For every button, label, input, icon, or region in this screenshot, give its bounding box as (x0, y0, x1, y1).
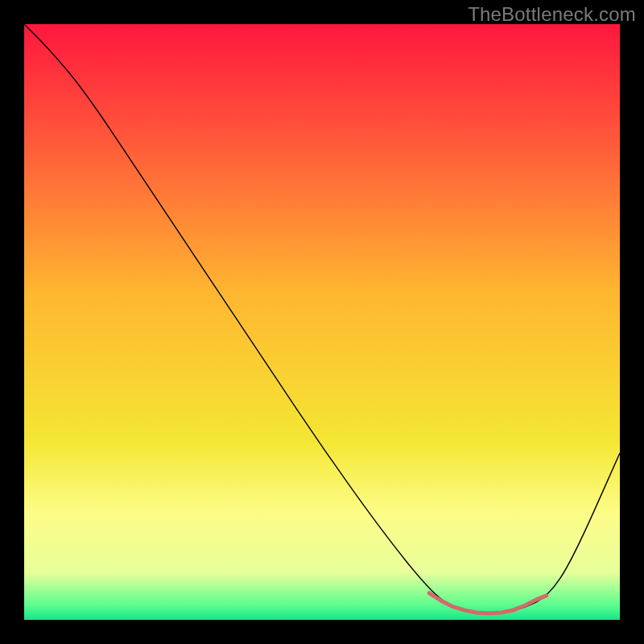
svg-line-28 (540, 597, 542, 598)
plot-svg (24, 24, 620, 620)
svg-line-8 (461, 609, 463, 610)
svg-line-1 (433, 596, 435, 597)
svg-line-24 (525, 605, 526, 605)
gradient-bg (24, 24, 620, 620)
svg-line-3 (441, 601, 443, 601)
svg-line-21 (513, 609, 514, 610)
chart-container: TheBottleneck.com (0, 0, 644, 644)
svg-line-2 (437, 598, 439, 600)
svg-line-29 (544, 596, 546, 597)
svg-line-5 (449, 605, 451, 605)
svg-line-25 (529, 603, 530, 604)
svg-line-23 (521, 606, 522, 607)
svg-line-6 (453, 607, 455, 608)
svg-line-0 (429, 593, 431, 595)
plot-area (24, 24, 620, 620)
svg-line-27 (536, 599, 538, 600)
svg-line-26 (532, 601, 534, 601)
svg-line-22 (517, 608, 518, 609)
watermark-label: TheBottleneck.com (468, 3, 636, 26)
svg-line-4 (445, 603, 447, 604)
svg-line-7 (457, 608, 459, 609)
